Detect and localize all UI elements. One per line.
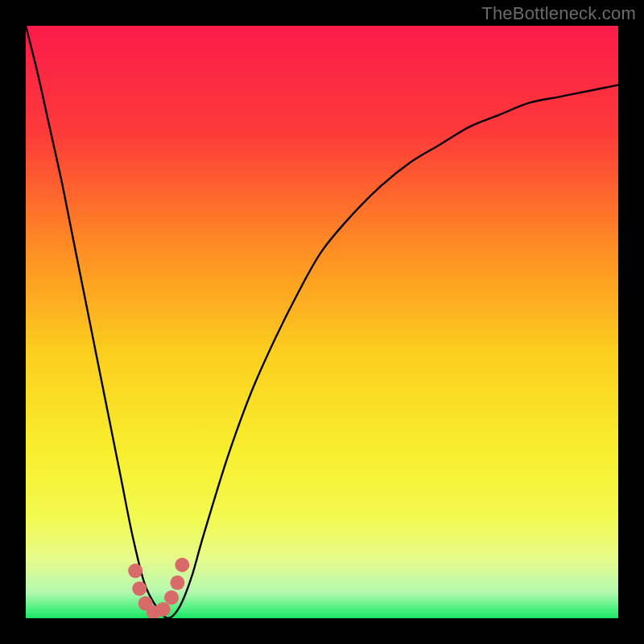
- trough-marker: [170, 576, 184, 590]
- trough-marker: [164, 590, 179, 605]
- trough-marker: [132, 581, 147, 596]
- trough-marker: [175, 558, 189, 572]
- trough-marker: [128, 564, 142, 578]
- trough-marker: [156, 602, 171, 617]
- plot-frame: [26, 26, 618, 618]
- curve-layer: [26, 26, 618, 618]
- watermark-text: TheBottleneck.com: [481, 3, 636, 24]
- trough-markers: [128, 558, 189, 618]
- bottleneck-curve: [26, 26, 618, 618]
